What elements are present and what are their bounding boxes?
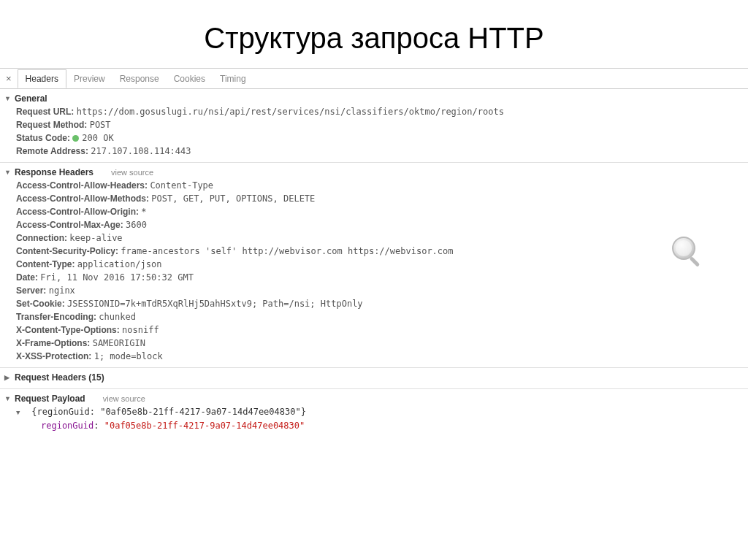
header-key: Request Method: <box>16 120 90 130</box>
header-row: Set-Cookie: JSESSIONID=7k+mTdR5XqRlHj5Da… <box>16 297 748 310</box>
chevron-down-icon: ▼ <box>16 407 23 418</box>
payload-property: regionGuid: "0af05e8b-21ff-4217-9a07-14d… <box>16 419 748 432</box>
section-title-response-headers: Response Headers <box>15 167 94 177</box>
payload-object-preview: {regionGuid: "0af05e8b-21ff-4217-9a07-14… <box>31 407 306 417</box>
header-key: Set-Cookie: <box>16 299 67 309</box>
devtools-panel: × Headers Preview Response Cookies Timin… <box>0 68 748 437</box>
header-row: X-XSS-Protection: 1; mode=block <box>16 350 748 363</box>
header-value: chunked <box>99 312 136 322</box>
header-key: X-Frame-Options: <box>16 338 93 348</box>
header-key: X-Content-Type-Options: <box>16 325 122 335</box>
general-list: Request URL: https://dom.gosuslugi.ru/ns… <box>0 105 748 158</box>
tab-cookies[interactable]: Cookies <box>167 70 213 88</box>
header-key: X-XSS-Protection: <box>16 351 94 361</box>
header-key: Date: <box>16 272 40 283</box>
section-title-request-payload: Request Payload <box>15 394 85 404</box>
chevron-down-icon: ▼ <box>4 169 12 176</box>
header-key: Transfer-Encoding: <box>16 312 99 322</box>
header-value: keep-alive <box>69 233 122 243</box>
status-dot-icon <box>72 135 79 142</box>
section-request-headers: ▶ Request Headers (15) <box>0 368 748 389</box>
header-key: Access-Control-Max-Age: <box>16 220 126 230</box>
header-key: Status Code: <box>16 133 72 143</box>
header-row: Content-Security-Policy: frame-ancestors… <box>16 245 748 258</box>
response-headers-list: Access-Control-Allow-Headers: Content-Ty… <box>0 179 748 363</box>
header-key: Remote Address: <box>16 146 91 156</box>
header-row: Date: Fri, 11 Nov 2016 17:50:32 GMT <box>16 271 748 284</box>
header-value: 200 OK <box>82 133 113 143</box>
header-row: Content-Type: application/json <box>16 258 748 271</box>
header-value: nginx <box>49 285 75 296</box>
section-header-request-payload[interactable]: ▼ Request Payload view source <box>0 391 748 405</box>
tab-preview[interactable]: Preview <box>66 70 112 88</box>
section-header-general[interactable]: ▼ General <box>0 91 748 105</box>
section-response-headers: ▼ Response Headers view source Access-Co… <box>0 163 748 368</box>
header-row: Connection: keep-alive <box>16 231 748 245</box>
close-icon[interactable]: × <box>3 73 18 84</box>
header-key: Access-Control-Allow-Origin: <box>16 207 141 217</box>
header-value: 1; mode=block <box>94 351 163 361</box>
header-value: POST <box>90 120 111 130</box>
header-value: 217.107.108.114:443 <box>91 146 191 156</box>
header-value: frame-ancestors 'self' http://webvisor.c… <box>121 246 453 256</box>
header-key: Request URL: <box>16 107 77 117</box>
tab-response[interactable]: Response <box>112 70 167 88</box>
section-request-payload: ▼ Request Payload view source ▼ {regionG… <box>0 389 748 437</box>
header-row: Access-Control-Allow-Headers: Content-Ty… <box>16 179 748 192</box>
header-value: SAMEORIGIN <box>93 338 145 348</box>
header-row: Request URL: https://dom.gosuslugi.ru/ns… <box>16 105 748 118</box>
header-row: X-Frame-Options: SAMEORIGIN <box>16 337 748 350</box>
payload-colon: : <box>94 421 104 431</box>
header-row: Transfer-Encoding: chunked <box>16 310 748 323</box>
header-row: Status Code: 200 OK <box>16 131 748 145</box>
section-header-response-headers[interactable]: ▼ Response Headers view source <box>0 164 748 179</box>
header-value: * <box>141 207 146 217</box>
header-key: Access-Control-Allow-Methods: <box>16 193 151 204</box>
header-row: Remote Address: 217.107.108.114:443 <box>16 145 748 158</box>
payload-body: ▼ {regionGuid: "0af05e8b-21ff-4217-9a07-… <box>0 405 748 432</box>
section-header-request-headers[interactable]: ▶ Request Headers (15) <box>0 369 748 384</box>
header-key: Content-Type: <box>16 259 77 269</box>
header-value: 3600 <box>126 220 147 230</box>
header-key: Connection: <box>16 233 69 243</box>
header-value: Content-Type <box>150 180 213 191</box>
tab-row: × Headers Preview Response Cookies Timin… <box>0 69 748 89</box>
header-row: Access-Control-Max-Age: 3600 <box>16 218 748 231</box>
chevron-down-icon: ▼ <box>4 395 12 402</box>
chevron-down-icon: ▼ <box>4 95 12 102</box>
header-value: JSESSIONID=7k+mTdR5XqRlHj5DahHSxtv9; Pat… <box>67 299 363 309</box>
header-key: Content-Security-Policy: <box>16 246 121 256</box>
chevron-right-icon: ▶ <box>4 374 12 381</box>
tab-headers[interactable]: Headers <box>18 69 66 88</box>
header-key: Server: <box>16 285 49 296</box>
header-row: Request Method: POST <box>16 118 748 131</box>
header-value: POST, GET, PUT, OPTIONS, DELETE <box>151 193 315 204</box>
section-title-request-headers: Request Headers (15) <box>15 372 104 383</box>
header-row: X-Content-Type-Options: nosniff <box>16 323 748 337</box>
view-source-link[interactable]: view source <box>103 394 145 403</box>
header-value: application/json <box>77 259 162 269</box>
payload-value: "0af05e8b-21ff-4217-9a07-14d47ee04830" <box>104 421 305 431</box>
view-source-link[interactable]: view source <box>111 168 153 177</box>
payload-preview-line[interactable]: ▼ {regionGuid: "0af05e8b-21ff-4217-9a07-… <box>16 405 748 419</box>
header-key: Access-Control-Allow-Headers: <box>16 180 150 191</box>
tab-timing[interactable]: Timing <box>213 70 253 88</box>
header-row: Access-Control-Allow-Origin: * <box>16 205 748 218</box>
page-title: Структура запроса HTTP <box>0 0 748 68</box>
payload-key: regionGuid <box>41 421 94 431</box>
header-value: Fri, 11 Nov 2016 17:50:32 GMT <box>40 272 194 283</box>
section-title-general: General <box>15 93 47 104</box>
header-value: https://dom.gosuslugi.ru/nsi/api/rest/se… <box>77 107 504 117</box>
header-value: nosniff <box>122 325 159 335</box>
section-general: ▼ General Request URL: https://dom.gosus… <box>0 89 748 163</box>
header-row: Server: nginx <box>16 284 748 297</box>
header-row: Access-Control-Allow-Methods: POST, GET,… <box>16 192 748 205</box>
